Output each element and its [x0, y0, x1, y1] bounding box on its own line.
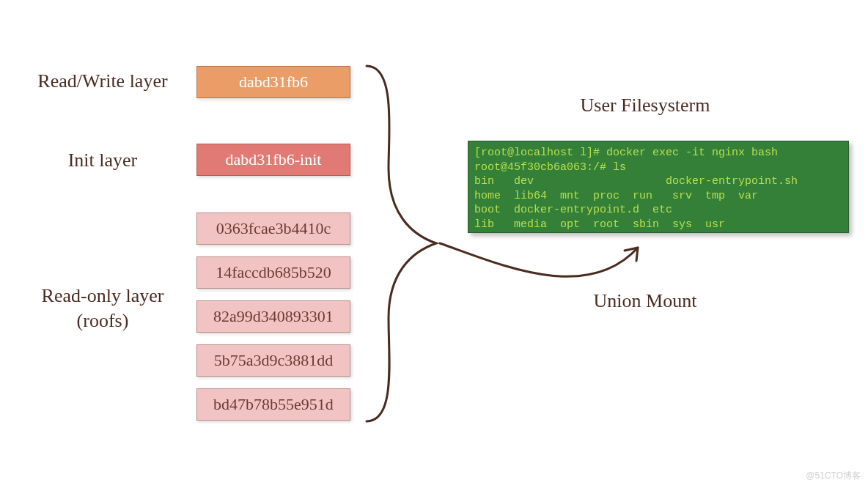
rw-layer-box: dabd31fb6	[196, 66, 350, 98]
user-filesystem-label: User Filesysterm	[535, 94, 755, 117]
terminal-line-5: boot docker-entrypoint.d etc	[474, 204, 672, 216]
union-mount-label: Union Mount	[535, 289, 755, 312]
read-only-layer-label-line1: Read-only layer	[22, 284, 183, 307]
read-write-layer-label: Read/Write layer	[22, 70, 183, 92]
terminal-line-4: home lib64 mnt proc run srv tmp var	[474, 190, 758, 202]
union-arrow-path	[440, 243, 638, 276]
watermark-text: @51CTO博客	[806, 470, 861, 482]
terminal-line-6: lib media opt root sbin sys usr	[474, 218, 725, 231]
ro-layer-box-0: 0363fcae3b4410c	[196, 212, 350, 245]
ro-layer-box-1: 14faccdb685b520	[196, 256, 350, 289]
ro-layer-box-4: bd47b78b55e951d	[196, 388, 350, 421]
init-layer-box: dabd31fb6-init	[196, 144, 350, 176]
terminal-line-3: bin dev docker-entrypoint.sh	[474, 175, 798, 188]
read-only-layer-label-line2: (roofs)	[22, 309, 183, 332]
curly-brace	[367, 66, 436, 421]
union-arrow-head	[625, 248, 638, 261]
ro-layer-box-2: 82a99d340893301	[196, 300, 350, 333]
ro-layer-box-3: 5b75a3d9c3881dd	[196, 344, 350, 377]
init-layer-label: Init layer	[22, 149, 183, 171]
terminal-output: [root@localhost l]# docker exec -it ngin…	[468, 141, 849, 233]
terminal-line-2: root@45f30cb6a063:/# ls	[474, 161, 626, 174]
terminal-line-1: [root@localhost l]# docker exec -it ngin…	[474, 147, 778, 159]
